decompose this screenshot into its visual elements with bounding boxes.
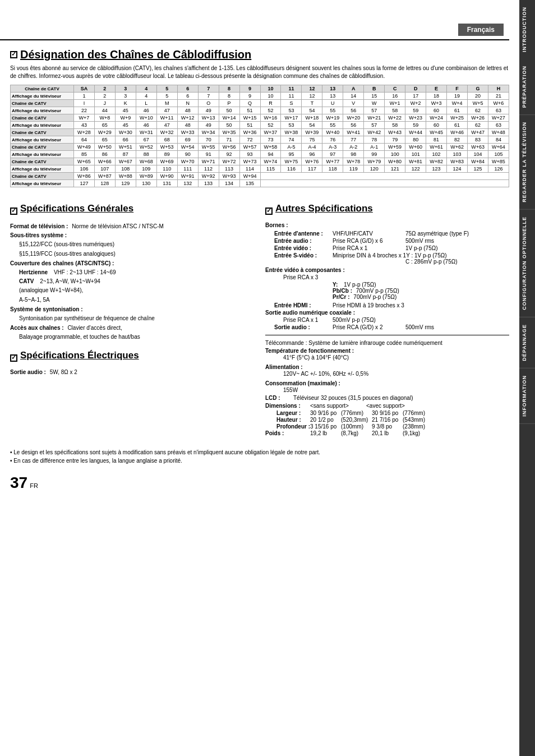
bornes-svideo-c: C : 286mV p-p (75Ω) — [265, 259, 509, 265]
cable-designation-checkbox — [10, 51, 17, 58]
bornes-composantes-values: Y: 1V p-p (75Ω) Pb/Cb : 700mV p-p (75Ω) … — [333, 282, 509, 300]
sidebar-section-depannage: DÉPANNAGE — [519, 317, 535, 368]
bornes-video: Entrée vidéo : Prise RCA x 1 1V p-p (75Ω… — [265, 245, 509, 251]
col-E: E — [426, 85, 447, 93]
col-sa: SA — [73, 85, 94, 93]
spec-item-format: Format de télévision : Norme de télévisi… — [10, 222, 254, 231]
lcd-row: LCD : Téléviseur 32 pouces (31,5 pouces … — [265, 395, 509, 401]
cable-table-col-label: Chaîne de CATV — [11, 85, 74, 93]
bornes-audio: Entrée audio : Prise RCA (G/D) x 6 500mV… — [265, 238, 509, 244]
profondeur-row: Profondeur : 3 15/16 po (100mm) 9 3/8 po… — [265, 423, 509, 430]
col-9: 9 — [239, 85, 260, 93]
footer-note-2: • En cas de différence entre les langues… — [10, 457, 509, 465]
col-7: 7 — [198, 85, 219, 93]
col-C: C — [385, 85, 405, 93]
spec-sub-catv: CATV 2~13, A~W, W+1~W+94 — [19, 277, 254, 286]
page-lang: FR — [30, 482, 38, 489]
alimentation-label: Alimentation : — [265, 364, 509, 370]
cable-designation-header: Désignation des Chaînes de Câblodiffusio… — [10, 48, 509, 61]
specs-right-column: Autres Spécifications Bornes : Entrée d'… — [265, 195, 509, 437]
sidebar-section-introduction: INTRODUCTION — [519, 0, 535, 59]
temperature-label: Température de fonctionnement : — [265, 348, 509, 354]
sidebar-section-info: INFORMATION — [519, 368, 535, 424]
col-H: H — [488, 85, 509, 93]
col-A: A — [343, 85, 364, 93]
table-row: Affichage du téléviseur 4365454647484950… — [11, 122, 509, 129]
specs-generales-checkbox — [10, 208, 17, 215]
temperature-value: 41°F (5°C) à 104°F (40°C) — [283, 354, 509, 361]
bornes-section: Bornes : Entrée d'antenne : VHF/UHF/CATV… — [265, 222, 509, 436]
col-12: 12 — [302, 85, 322, 93]
spec-item-soustitres: Sous-titres système : — [10, 231, 254, 240]
table-row: Affichage du téléviseur 6465666768697071… — [11, 136, 509, 144]
bornes-composantes-prca: Prise RCA x 3 — [265, 274, 509, 280]
col-F: F — [447, 85, 468, 93]
spec-sub-analogique: (analogique W+1~W+84), — [19, 286, 254, 294]
table-row: Affichage du téléviseur 1234567891011121… — [11, 93, 509, 100]
col-5: 5 — [156, 85, 177, 93]
dimensions-header: Dimensions : <sans support> <avec suppor… — [265, 403, 509, 409]
col-10: 10 — [260, 85, 281, 93]
table-row: Chaîne de CATV W+49W+50W+51W+52W+53W+54W… — [11, 144, 509, 151]
specs-electriques-checkbox — [10, 354, 17, 362]
language-button[interactable]: Français — [458, 24, 504, 36]
bornes-title: Bornes : — [265, 222, 509, 228]
spec-item-syntonisation: Système de syntonisation : — [10, 305, 254, 314]
table-row: Chaîne de CATV IJKLMNOPQRSTUVWW+1W+2W+3W… — [11, 100, 509, 107]
spec-item-couverture: Couverture des chaînes (ATSC/NTSC) : — [10, 259, 254, 268]
specs-generales-section: Spécifications Générales Format de télév… — [10, 203, 254, 341]
cable-table: Chaîne de CATV SA 2 3 4 5 6 7 8 9 10 11 … — [10, 85, 509, 187]
table-row: Affichage du téléviseur 8586878889909192… — [11, 151, 509, 158]
bornes-sortie-audio: Sortie audio : Prise RCA (G/D) x 2 500mV… — [265, 324, 509, 330]
col-G: G — [468, 85, 488, 93]
spec-sub-a5: A-5~A-1, 5A — [19, 296, 254, 304]
spec-sub-analogiques: §15,119/FCC (sous-titres analogiques) — [19, 250, 254, 258]
autres-specs-header: Autres Spécifications — [265, 203, 509, 219]
consommation-value: 155W — [283, 387, 509, 393]
cable-designation-intro: Si vous êtes abonné au service de câblod… — [10, 64, 509, 80]
sidebar-section-preparation: PRÉPARATION — [519, 59, 535, 115]
table-row: Affichage du téléviseur 2244454647484950… — [11, 107, 509, 114]
largeur-row: Largeur : 30 9/16 po (776mm) 30 9/16 po … — [265, 410, 509, 416]
specs-columns: Spécifications Générales Format de télév… — [10, 195, 509, 437]
poids-row: Poids : 19,2 lb (8,7kg) 20,1 lb (9,1kg) — [265, 430, 509, 436]
footer-notes: • Le design et les spécifications sont s… — [10, 448, 509, 465]
page-number-section: 37 FR — [10, 474, 509, 492]
consommation-label: Consommation (maximale) : — [265, 380, 509, 386]
sidebar: INTRODUCTION PRÉPARATION REGARDER LA TÉL… — [519, 0, 535, 756]
table-row: Affichage du téléviseur 1061071081091101… — [11, 165, 509, 173]
table-row: Chaîne de CATV W+7W+8W+9W+10W+11W+12W+13… — [11, 114, 509, 122]
spec-sub-hertzienne: Hertzienne VHF : 2~13 UHF : 14~69 — [19, 268, 254, 277]
specs-generales-title: Spécifications Générales — [20, 203, 133, 214]
sidebar-section-config: CONFIGURATION OPTIONNELLE — [519, 210, 535, 317]
col-4: 4 — [136, 85, 156, 93]
specs-electriques-content: Sortie audio : 5W, 8Ω x 2 — [10, 369, 254, 375]
col-13: 13 — [322, 85, 343, 93]
top-bar: Français — [0, 20, 509, 40]
sidebar-section-tv: REGARDER LA TÉLÉVISION — [519, 115, 535, 210]
footer-note-1: • Le design et les spécifications sont s… — [10, 448, 509, 457]
cable-designation-section: Désignation des Chaînes de Câblodiffusio… — [10, 48, 509, 187]
spec-sub-balayage: Balayage programmable, et touches de hau… — [19, 333, 254, 341]
col-6: 6 — [177, 85, 198, 93]
autres-specs-title: Autres Spécifications — [275, 203, 373, 214]
telecommande: Télécommande : Système de lumière infrar… — [265, 340, 509, 346]
col-D: D — [405, 85, 426, 93]
specs-generales-header: Spécifications Générales — [10, 203, 254, 219]
autres-specs-section: Autres Spécifications Bornes : Entrée d'… — [265, 203, 509, 436]
table-row: Chaîne de CATV W+28W+29W+30W+31W+32W+33W… — [11, 129, 509, 136]
alimentation-value: 120V~ AC +/- 10%, 60Hz +/- 0,5% — [283, 371, 509, 377]
specs-electriques-header: Spécifications Électriques — [10, 350, 254, 366]
specs-generales-content: Format de télévision : Norme de télévisi… — [10, 222, 254, 341]
bornes-antenne: Entrée d'antenne : VHF/UHF/CATV 75Ω asym… — [265, 231, 509, 237]
bornes-sortie-num-prca: Prise RCA x 1 500mV p-p (75Ω) — [265, 317, 509, 323]
specs-left-column: Spécifications Générales Format de télév… — [10, 195, 254, 437]
table-row: Chaîne de CATV W+65W+66W+67W+68W+69W+70W… — [11, 158, 509, 165]
main-content: Français Désignation des Chaînes de Câbl… — [0, 20, 519, 756]
page-number: 37 — [10, 474, 27, 492]
hauteur-row: Hauteur : 20 1/2 po (520,3mm) 21 7/16 po… — [265, 417, 509, 423]
bornes-sortie-num-title: Sortie audio numérique coaxiale : — [265, 310, 509, 316]
spec-sub-numeriques: §15,122/FCC (sous-titres numériques) — [19, 240, 254, 248]
cable-designation-title: Désignation des Chaînes de Câblodiffusio… — [20, 48, 251, 61]
spec-sub-syntonisation: Syntonisation par synthétiseur de fréque… — [19, 314, 254, 322]
